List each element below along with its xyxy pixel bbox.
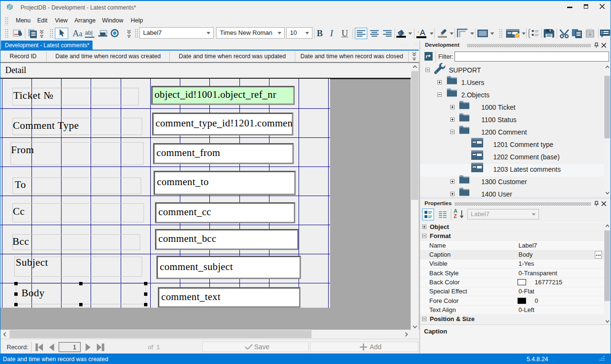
svg-text:i: i xyxy=(601,31,603,35)
